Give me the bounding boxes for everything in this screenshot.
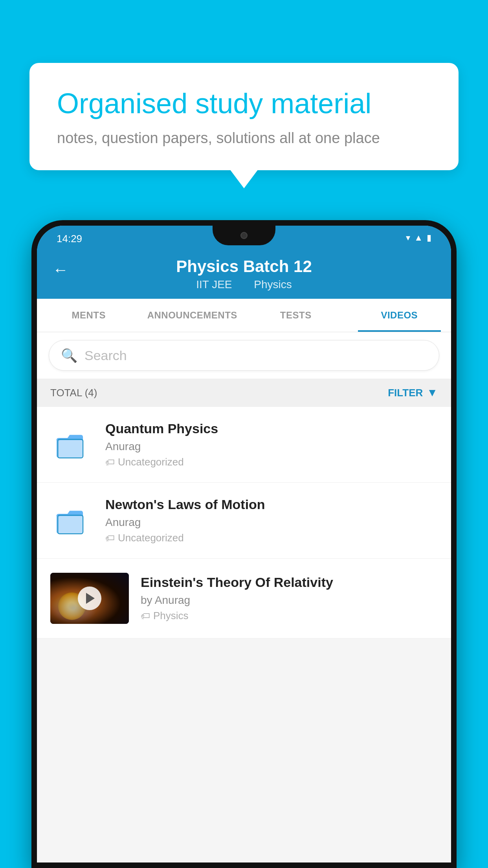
filter-button[interactable]: FILTER ▼: [388, 386, 438, 399]
search-placeholder: Search: [84, 348, 127, 363]
subtitle-iitjee: IIT JEE: [196, 278, 232, 291]
bubble-subtitle: notes, question papers, solutions all at…: [57, 130, 431, 147]
wifi-icon: ▾: [406, 233, 410, 243]
play-button[interactable]: [78, 587, 101, 610]
status-time: 14:29: [57, 233, 82, 245]
phone-frame: 14:29 ▾ ▲ ▮ ← Physics Batch 12 IIT JEE P…: [31, 220, 457, 868]
status-bar: 14:29 ▾ ▲ ▮: [37, 226, 451, 257]
svg-rect-1: [59, 440, 83, 458]
video-author-1: Anurag: [105, 440, 438, 453]
list-item[interactable]: Einstein's Theory Of Relativity by Anura…: [37, 559, 451, 638]
bubble-title: Organised study material: [57, 86, 431, 120]
battery-icon: ▮: [427, 233, 431, 243]
signal-icon: ▲: [414, 233, 423, 243]
folder-thumb-1: [50, 423, 94, 466]
svg-rect-4: [59, 516, 83, 534]
video-tag-3: 🏷 Physics: [141, 610, 438, 622]
subtitle-physics: Physics: [254, 278, 292, 291]
video-title-3: Einstein's Theory Of Relativity: [141, 575, 438, 590]
video-info-1: Quantum Physics Anurag 🏷 Uncategorized: [105, 421, 438, 468]
header-subtitle: IIT JEE Physics: [53, 278, 435, 291]
phone-inner: 14:29 ▾ ▲ ▮ ← Physics Batch 12 IIT JEE P…: [37, 226, 451, 862]
speech-bubble: Organised study material notes, question…: [29, 63, 459, 170]
tab-announcements[interactable]: ANNOUNCEMENTS: [141, 299, 244, 332]
notch-cutout: [213, 226, 275, 245]
tag-icon-3: 🏷: [141, 611, 150, 622]
tag-icon-1: 🏷: [105, 457, 115, 468]
video-tag-2: 🏷 Uncategorized: [105, 532, 438, 544]
video-thumbnail-3: [50, 573, 129, 624]
tag-icon-2: 🏷: [105, 533, 115, 544]
tab-bar: MENTS ANNOUNCEMENTS TESTS VIDEOS: [37, 299, 451, 332]
search-icon: 🔍: [61, 348, 77, 363]
video-title-1: Quantum Physics: [105, 421, 438, 436]
folder-icon: [54, 503, 90, 538]
video-title-2: Newton's Laws of Motion: [105, 497, 438, 512]
filter-icon: ▼: [427, 386, 438, 399]
list-item[interactable]: Newton's Laws of Motion Anurag 🏷 Uncateg…: [37, 483, 451, 559]
play-triangle-icon: [86, 593, 95, 604]
search-input-wrap[interactable]: 🔍 Search: [49, 340, 439, 371]
video-list: Quantum Physics Anurag 🏷 Uncategorized: [37, 407, 451, 638]
filter-label: FILTER: [388, 387, 423, 399]
header-title: Physics Batch 12: [53, 257, 435, 276]
list-item[interactable]: Quantum Physics Anurag 🏷 Uncategorized: [37, 407, 451, 483]
camera-dot: [240, 232, 248, 239]
folder-thumb-2: [50, 499, 94, 542]
tab-tests[interactable]: TESTS: [244, 299, 348, 332]
status-icons: ▾ ▲ ▮: [406, 233, 431, 243]
back-button[interactable]: ←: [53, 261, 68, 279]
tab-videos[interactable]: VIDEOS: [348, 299, 451, 332]
tab-ments[interactable]: MENTS: [37, 299, 141, 332]
total-count: TOTAL (4): [50, 387, 97, 399]
video-info-3: Einstein's Theory Of Relativity by Anura…: [141, 575, 438, 622]
video-author-2: Anurag: [105, 516, 438, 529]
filter-row: TOTAL (4) FILTER ▼: [37, 379, 451, 407]
video-author-3: by Anurag: [141, 594, 438, 607]
video-info-2: Newton's Laws of Motion Anurag 🏷 Uncateg…: [105, 497, 438, 544]
folder-icon: [54, 427, 90, 462]
search-bar-container: 🔍 Search: [37, 332, 451, 379]
video-tag-1: 🏷 Uncategorized: [105, 456, 438, 468]
